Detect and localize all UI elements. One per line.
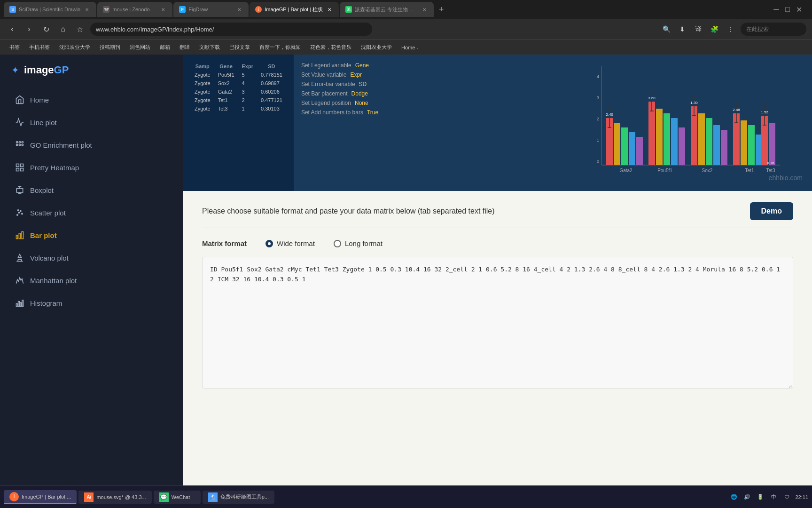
new-tab-button[interactable]: +: [435, 3, 448, 16]
sidebar-item-heatmap-label: Pretty Heatmap: [30, 164, 79, 172]
bookmark-mobile[interactable]: 手机书签: [25, 43, 54, 52]
settings-row-legend: Set Legend variable Gene: [301, 62, 553, 69]
bar-chart-svg: 0 1 2 3 4 2.40 Gata2: [587, 62, 785, 184]
table-row: ZygotePou5f150.778151: [191, 71, 286, 79]
search-icon[interactable]: 🔍: [660, 23, 673, 36]
tab-paisennuo-label: 派森诺基因云 专注生物大数: [355, 6, 418, 13]
table-row: ZygoteSox240.69897: [191, 79, 286, 87]
data-content: ID Pou5f1 Sox2 Gata2 cMyc Tet1 Tet3 Zygo…: [210, 266, 780, 283]
bookmark-runse[interactable]: 润色网站: [126, 43, 154, 52]
minimize-button[interactable]: ─: [773, 6, 780, 13]
nav-menu: Home Line plot GO Enrichment plot Pretty…: [0, 86, 183, 317]
bookmark-shenyang2[interactable]: 沈阳农业大学: [357, 43, 396, 52]
bookmark-shenyang[interactable]: 沈阳农业大学: [55, 43, 94, 52]
search-input[interactable]: [741, 23, 806, 36]
ime-icon[interactable]: 中: [769, 492, 778, 502]
bookmark-home[interactable]: Home -: [398, 44, 422, 51]
svg-point-19: [17, 210, 19, 211]
taskbar-tool[interactable]: 🔬 免费科研绘图工具p...: [203, 491, 274, 504]
sidebar-item-boxplot[interactable]: Boxplot: [8, 180, 176, 200]
home-button[interactable]: ⌂: [56, 23, 70, 36]
settings-row-errorbar: Set Error-bar variable SD: [301, 81, 553, 87]
tab-imagegp[interactable]: i ImageGP | Bar plot | 柱状 ✕: [250, 2, 339, 17]
demo-button[interactable]: Demo: [750, 202, 793, 220]
sidebar-item-manhattan-label: Manhattan plot: [30, 277, 77, 285]
volume-icon[interactable]: 🔊: [742, 492, 752, 502]
volcano-icon: [15, 253, 24, 262]
tab-paisennuo[interactable]: 派 派森诺基因云 专注生物大数 ✕: [340, 2, 434, 17]
svg-rect-25: [20, 302, 22, 306]
url-input[interactable]: [90, 23, 372, 36]
close-window-button[interactable]: ✕: [795, 6, 803, 13]
sidebar-item-go-label: GO Enrichment plot: [30, 141, 92, 149]
data-input-area[interactable]: ID Pou5f1 Sox2 Gata2 cMyc Tet1 Tet3 Zygo…: [202, 257, 793, 389]
bookmark-huase[interactable]: 花色素，花色音乐: [306, 43, 355, 52]
tab-imagegp-close[interactable]: ✕: [326, 6, 333, 13]
svg-text:Pou5f1: Pou5f1: [657, 168, 672, 173]
svg-rect-40: [621, 127, 628, 165]
settings-value-label: Set Value variable: [301, 71, 347, 78]
extensions-icon[interactable]: 🧩: [708, 23, 721, 36]
taskbar-tool-label: 免费科研绘图工具p...: [220, 493, 269, 500]
security-icon[interactable]: 🛡: [782, 492, 791, 502]
sidebar-item-home[interactable]: Home: [8, 89, 176, 110]
bookmark-baidu[interactable]: 百度一下，你就知: [256, 43, 304, 52]
refresh-button[interactable]: ↻: [39, 23, 53, 36]
translate-icon[interactable]: 译: [692, 23, 705, 36]
taskbar-imagegp[interactable]: i ImageGP | Bar plot ...: [4, 490, 77, 504]
svg-text:Tet1: Tet1: [745, 168, 754, 173]
taskbar-illustrator[interactable]: Ai mouse.svg* @ 43.3...: [78, 491, 151, 504]
settings-numbers-value: True: [367, 109, 378, 116]
download-icon[interactable]: ⬇: [676, 23, 689, 36]
restore-button[interactable]: □: [784, 6, 791, 13]
taskbar-wechat[interactable]: 💬 WeChat: [154, 491, 201, 504]
svg-rect-49: [656, 109, 663, 165]
tab-imagegp-label: ImageGP | Bar plot | 柱状: [265, 6, 323, 13]
settings-icon[interactable]: ⋮: [724, 23, 737, 36]
forward-button[interactable]: ›: [23, 23, 36, 36]
bar-chart-icon: [15, 230, 24, 240]
svg-rect-10: [16, 189, 23, 192]
sidebar-item-histogram[interactable]: Histogram: [8, 293, 176, 313]
tab-scidraw-close[interactable]: ✕: [83, 6, 91, 13]
tab-paisennuo-close[interactable]: ✕: [421, 6, 428, 13]
sidebar-item-volcano[interactable]: Volcano plot: [8, 247, 176, 268]
sidebar-item-go-enrichment[interactable]: GO Enrichment plot: [8, 135, 176, 155]
svg-text:Sox2: Sox2: [702, 168, 713, 173]
wide-format-radio[interactable]: [265, 240, 273, 247]
tab-scidraw[interactable]: S SciDraw | Scientific Drawin ✕: [4, 2, 96, 17]
sidebar-item-heatmap[interactable]: Pretty Heatmap: [8, 157, 176, 178]
long-format-radio[interactable]: [334, 240, 341, 247]
matrix-format-label: Matrix format: [202, 239, 247, 247]
logo-prefix: image: [24, 64, 54, 76]
svg-rect-50: [664, 113, 670, 165]
bookmark-tougao[interactable]: 投稿期刊: [96, 43, 124, 52]
bookmark-literature[interactable]: 文献下载: [195, 43, 224, 52]
battery-icon[interactable]: 🔋: [756, 492, 765, 502]
bookmark-shujian[interactable]: 书签: [6, 43, 23, 52]
settings-row-position: Set Legend position None: [301, 100, 553, 106]
svg-rect-61: [713, 125, 720, 165]
table-row: ZygoteTet120.477121: [191, 96, 286, 104]
star-button[interactable]: ☆: [73, 23, 86, 36]
svg-text:0: 0: [597, 159, 599, 164]
tab-zenodo[interactable]: 🐭 mouse | Zenodo ✕: [97, 2, 172, 17]
bookmark-translate[interactable]: 翻译: [176, 43, 194, 52]
sidebar-item-bar-plot[interactable]: Bar plot: [8, 225, 176, 246]
network-icon[interactable]: 🌐: [729, 492, 739, 502]
manhattan-icon: [15, 276, 24, 285]
settings-position-value: None: [355, 100, 368, 106]
wide-format-option[interactable]: Wide format: [265, 239, 315, 247]
back-button[interactable]: ‹: [6, 23, 19, 36]
sidebar-item-line-plot[interactable]: Line plot: [8, 112, 176, 133]
bookmark-email[interactable]: 邮箱: [156, 43, 174, 52]
long-format-option[interactable]: Long format: [334, 239, 383, 247]
sidebar-item-scatter-plot[interactable]: Scatter plot: [8, 202, 176, 223]
page-content: Samp Gene Expr SD ZygotePou5f150.778151 …: [183, 55, 812, 508]
bookmark-submitted[interactable]: 已投文章: [226, 43, 254, 52]
sidebar-item-manhattan[interactable]: Manhattan plot: [8, 270, 176, 291]
tab-zenodo-close[interactable]: ✕: [159, 6, 167, 13]
scatter-icon: [15, 208, 24, 217]
tab-figdraw-close[interactable]: ✕: [235, 6, 243, 13]
tab-figdraw[interactable]: F FigDraw ✕: [173, 2, 249, 17]
